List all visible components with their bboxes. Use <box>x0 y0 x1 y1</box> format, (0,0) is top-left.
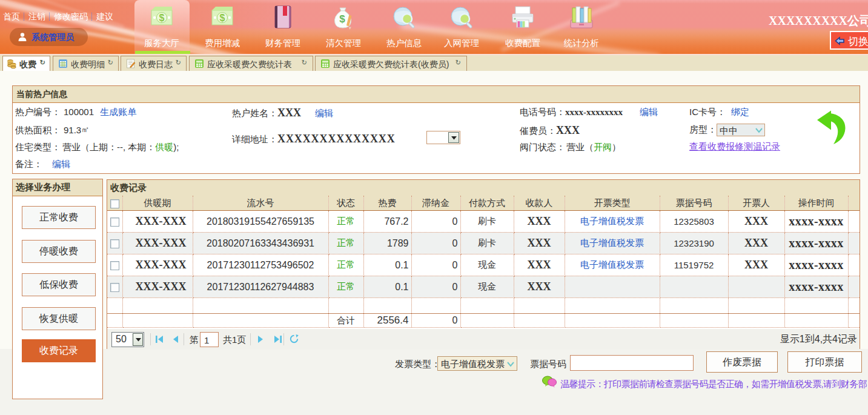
svg-text:$: $ <box>220 13 225 23</box>
svg-text:$: $ <box>159 13 165 23</box>
svg-text:$: $ <box>339 13 345 25</box>
